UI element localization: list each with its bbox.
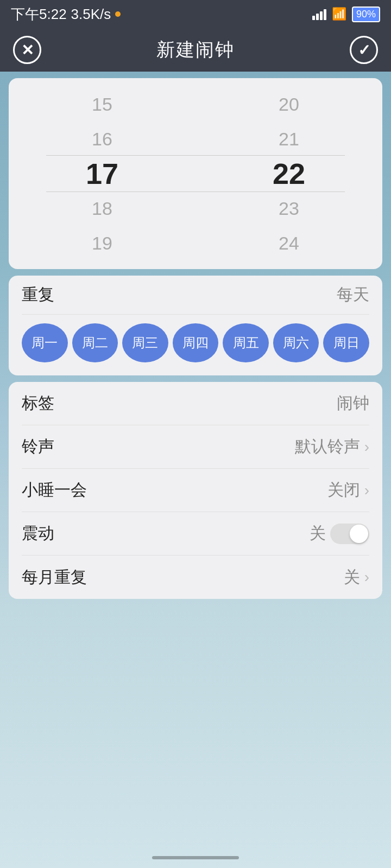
weekday-sun[interactable]: 周日 bbox=[323, 323, 369, 362]
hour-item-0: 15 bbox=[9, 87, 195, 122]
header: ✕ 新建闹钟 ✓ bbox=[0, 28, 391, 72]
minute-item-0: 20 bbox=[195, 87, 382, 122]
label-value: 闹钟 bbox=[337, 392, 369, 414]
minute-item-3: 23 bbox=[195, 191, 382, 226]
monthly-row[interactable]: 每月重复 关 › bbox=[22, 556, 369, 599]
hour-item-3: 18 bbox=[9, 191, 195, 226]
hour-item-selected: 17 bbox=[9, 156, 195, 191]
snooze-label: 小睡一会 bbox=[22, 479, 87, 501]
snooze-chevron: › bbox=[364, 482, 369, 499]
weekday-mon[interactable]: 周一 bbox=[22, 323, 68, 362]
ringtone-row[interactable]: 铃声 默认铃声 › bbox=[22, 425, 369, 469]
ringtone-value: 默认铃声 › bbox=[295, 436, 369, 458]
vibrate-value: 关 bbox=[310, 522, 369, 545]
vibrate-row[interactable]: 震动 关 bbox=[22, 512, 369, 556]
status-bar: 下午5:22 3.5K/s 📶 90% bbox=[0, 0, 391, 28]
status-dot bbox=[115, 11, 121, 17]
status-left: 下午5:22 3.5K/s bbox=[11, 5, 121, 24]
settings-card: 标签 闹钟 铃声 默认铃声 › 小睡一会 关闭 › 震动 关 bbox=[9, 382, 382, 599]
vibrate-toggle[interactable] bbox=[330, 524, 369, 544]
time-picker[interactable]: 15 16 17 18 19 20 21 22 23 24 bbox=[9, 78, 382, 269]
confirm-button[interactable]: ✓ bbox=[350, 36, 378, 64]
toggle-knob bbox=[350, 525, 368, 543]
signal-icon bbox=[312, 8, 326, 20]
hour-column[interactable]: 15 16 17 18 19 bbox=[9, 78, 195, 269]
wifi-icon: 📶 bbox=[332, 7, 346, 21]
home-indicator bbox=[152, 856, 239, 859]
label-row[interactable]: 标签 闹钟 bbox=[22, 382, 369, 425]
weekday-sat[interactable]: 周六 bbox=[273, 323, 319, 362]
ringtone-label: 铃声 bbox=[22, 436, 54, 458]
main-content: 15 16 17 18 19 20 21 22 23 24 重复 每天 周一 周… bbox=[0, 78, 391, 599]
minute-item-1: 21 bbox=[195, 122, 382, 156]
minute-item-selected: 22 bbox=[195, 156, 382, 191]
status-speed: 3.5K/s bbox=[71, 6, 111, 23]
weekday-tue[interactable]: 周二 bbox=[72, 323, 118, 362]
weekday-wed[interactable]: 周三 bbox=[122, 323, 168, 362]
weekday-row: 周一 周二 周三 周四 周五 周六 周日 bbox=[22, 315, 369, 375]
repeat-section: 重复 每天 周一 周二 周三 周四 周五 周六 周日 bbox=[9, 276, 382, 375]
minute-item-4: 24 bbox=[195, 226, 382, 260]
minute-column[interactable]: 20 21 22 23 24 bbox=[195, 78, 382, 269]
status-time: 下午5:22 bbox=[11, 5, 67, 24]
close-button[interactable]: ✕ bbox=[13, 36, 41, 64]
ringtone-chevron: › bbox=[364, 438, 369, 456]
monthly-chevron: › bbox=[364, 569, 369, 586]
battery-indicator: 90% bbox=[352, 7, 380, 22]
time-picker-inner: 15 16 17 18 19 20 21 22 23 24 bbox=[9, 78, 382, 269]
weekday-thu[interactable]: 周四 bbox=[173, 323, 219, 362]
status-right: 📶 90% bbox=[312, 7, 380, 22]
snooze-value: 关闭 › bbox=[327, 479, 369, 501]
page-title: 新建闹钟 bbox=[156, 37, 235, 62]
repeat-value: 每天 bbox=[337, 284, 369, 306]
vibrate-label: 震动 bbox=[22, 522, 54, 545]
snooze-row[interactable]: 小睡一会 关闭 › bbox=[22, 469, 369, 512]
repeat-row[interactable]: 重复 每天 bbox=[22, 276, 369, 315]
hour-item-1: 16 bbox=[9, 122, 195, 156]
hour-item-4: 19 bbox=[9, 226, 195, 260]
label-label: 标签 bbox=[22, 392, 54, 414]
monthly-label: 每月重复 bbox=[22, 566, 87, 589]
monthly-value: 关 › bbox=[344, 566, 369, 589]
repeat-label: 重复 bbox=[22, 284, 54, 306]
weekday-fri[interactable]: 周五 bbox=[223, 323, 269, 362]
